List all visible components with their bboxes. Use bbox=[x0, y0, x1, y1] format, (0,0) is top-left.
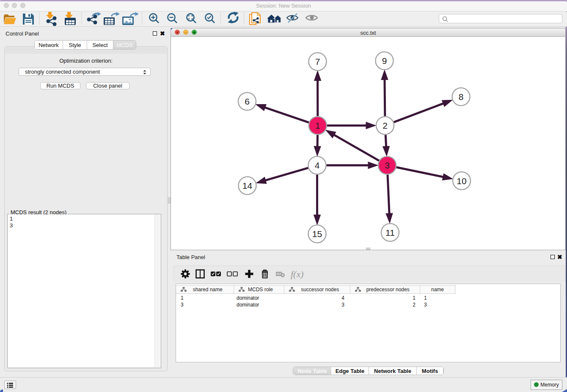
svg-text:2: 2 bbox=[383, 121, 388, 130]
svg-text:10: 10 bbox=[457, 176, 466, 186]
svg-text:14: 14 bbox=[242, 181, 253, 190]
svg-text:6: 6 bbox=[245, 97, 250, 106]
svg-text:11: 11 bbox=[385, 228, 395, 237]
svg-text:1: 1 bbox=[315, 121, 320, 130]
svg-text:4: 4 bbox=[315, 160, 320, 170]
svg-text:7: 7 bbox=[315, 57, 320, 66]
svg-text:9: 9 bbox=[382, 56, 387, 66]
svg-text:15: 15 bbox=[312, 229, 322, 239]
svg-text:3: 3 bbox=[385, 160, 390, 170]
svg-text:f(x): f(x) bbox=[291, 269, 304, 279]
svg-text:8: 8 bbox=[459, 92, 464, 102]
